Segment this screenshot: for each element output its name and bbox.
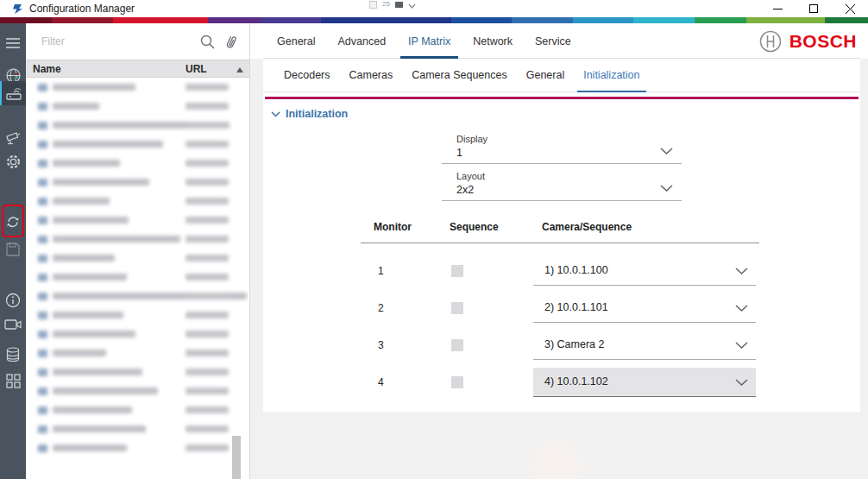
list-item[interactable] [26,211,248,230]
redacted-url [186,331,229,337]
dropdown-value: 4) 10.0.1.102 [544,368,608,395]
layout-dropdown[interactable]: Layout 2x2 [442,168,682,201]
sequence-checkbox[interactable] [451,265,463,277]
redacted-name [53,444,127,451]
initialization-section-toggle[interactable]: Initialization [271,108,348,120]
redacted-url [186,160,229,167]
stripe-segment [208,17,260,23]
table-header-rule [361,243,759,243]
redacted-url [186,198,229,205]
device-icon [38,331,47,338]
search-icon[interactable] [200,35,215,49]
display-dropdown[interactable]: Display 1 [442,131,682,164]
list-item[interactable] [26,343,248,362]
maximize-button[interactable] [796,0,832,17]
scrollbar-thumb[interactable] [232,436,241,479]
stripe-segment [825,17,868,23]
menu-icon[interactable] [0,31,26,55]
subtab-initialization[interactable]: Initialization [574,59,649,91]
list-item[interactable] [26,97,248,116]
camera-sequence-dropdown[interactable]: 4) 10.0.1.102 [533,368,756,397]
stripe-segment [695,17,746,23]
sequence-checkbox[interactable] [451,376,463,388]
monitor-row-1: 1 1) 10.0.1.100 [263,256,860,286]
info-icon[interactable] [0,288,26,312]
save-icon[interactable] [0,237,26,262]
filter-input[interactable]: Filter [41,35,65,47]
list-item[interactable] [26,78,248,97]
redacted-name [53,312,123,318]
list-item[interactable] [26,325,248,343]
list-item[interactable] [26,268,248,287]
subtab-general[interactable]: General [517,59,574,91]
reload-icon[interactable] [0,210,26,234]
list-item[interactable] [26,362,248,381]
list-item[interactable] [26,438,248,457]
list-item[interactable] [26,287,248,306]
redacted-url [186,103,229,110]
fragment-text: 25 [382,0,390,9]
stripe-segment [52,17,112,23]
device-icon [38,160,47,167]
redacted-url [186,217,229,224]
camera-sequence-dropdown[interactable]: 2) 10.0.1.101 [533,293,756,323]
camera-sequence-dropdown[interactable]: 1) 10.0.1.100 [533,256,756,286]
camera-sequence-dropdown[interactable]: 3) Camera 2 [533,331,756,360]
subtab-camera-sequences[interactable]: Camera Sequences [402,59,516,91]
list-item[interactable] [26,192,248,211]
video-camera-icon[interactable] [0,312,26,337]
apps-grid-icon[interactable] [0,369,26,393]
sequence-checkbox[interactable] [451,339,463,351]
redacted-name [53,274,127,280]
redacted-url [186,407,229,413]
device-list-header: Name URL [26,60,249,78]
device-icon [38,122,47,129]
list-item[interactable] [26,306,248,325]
preferences-gear-icon[interactable] [0,149,26,173]
redacted-url [186,255,229,262]
device-list [26,78,248,479]
sequence-checkbox[interactable] [451,302,463,314]
list-item[interactable] [26,249,248,268]
stripe-segment [451,17,512,23]
monitor-number: 2 [378,293,384,323]
database-icon[interactable] [0,343,26,367]
tab-ip-matrix[interactable]: IP Matrix [397,23,462,59]
bosch-logo-text: BOSCH [789,31,857,52]
list-item[interactable] [26,135,248,154]
stripe-segment [321,17,451,23]
redacted-name [53,84,135,91]
subtab-cameras[interactable]: Cameras [340,59,403,91]
tab-network[interactable]: Network [462,23,524,59]
scroll-up-icon[interactable] [236,67,243,72]
minimize-button[interactable] [759,0,796,17]
redacted-url [186,369,229,375]
filter-bar: Filter [26,23,249,60]
list-item[interactable] [26,230,248,249]
devices-icon[interactable] [0,81,26,105]
name-column-header[interactable]: Name [33,63,61,75]
list-item[interactable] [26,154,248,173]
tab-service[interactable]: Service [524,23,582,59]
window-controls [759,0,868,17]
redacted-name [53,388,158,394]
camera-icon[interactable] [0,126,26,150]
tab-advanced[interactable]: Advanced [326,23,397,59]
main-tab-bar: General Advanced IP Matrix Network Servi… [250,23,868,59]
tab-general[interactable]: General [266,23,326,59]
chevron-down-icon [735,379,748,386]
redacted-name [53,141,163,148]
list-item[interactable] [26,381,248,400]
list-item[interactable] [26,400,248,419]
chevron-down-icon [271,111,280,117]
redacted-url [186,122,229,129]
subtab-decoders[interactable]: Decoders [274,59,340,91]
redacted-url [186,179,229,186]
list-item[interactable] [26,173,248,192]
close-button[interactable] [832,0,868,17]
display-label: Display [456,134,678,144]
url-column-header[interactable]: URL [186,63,207,75]
paperclip-icon[interactable] [225,35,237,49]
list-item[interactable] [26,419,248,438]
list-item[interactable] [26,116,248,135]
